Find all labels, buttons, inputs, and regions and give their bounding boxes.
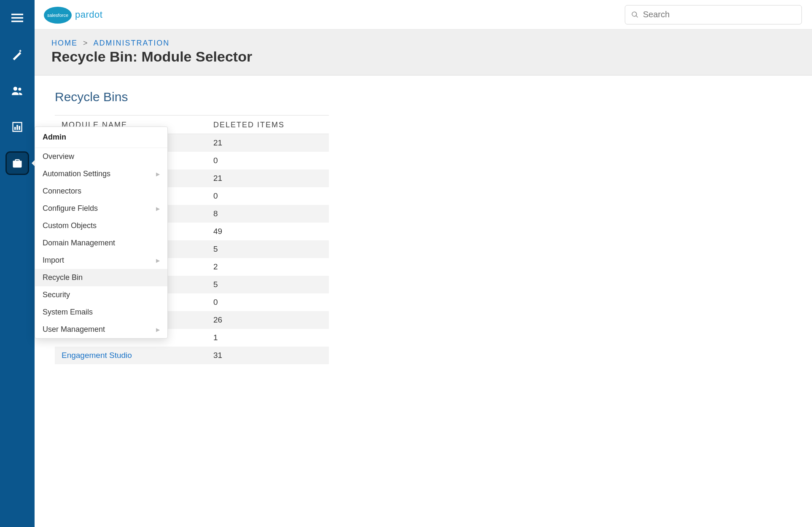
admin-flyout-menu: Admin OverviewAutomation Settings▶Connec… [35, 126, 168, 339]
deleted-count-cell: 0 [213, 298, 329, 307]
chart-icon[interactable] [7, 116, 28, 137]
app-root: salesforce pardot HOME > ADMINISTRATION … [0, 0, 812, 527]
menu-icon[interactable] [7, 8, 28, 29]
svg-rect-0 [11, 14, 23, 16]
table-row: Engagement Studio31 [55, 347, 329, 364]
module-link[interactable]: Engagement Studio [62, 351, 132, 360]
chevron-right-icon: ▶ [156, 258, 160, 264]
admin-menu-item-label: Import [43, 256, 64, 265]
admin-menu-item-label: Recycle Bin [43, 273, 83, 282]
svg-rect-5 [14, 127, 16, 130]
section-title: Recycle Bins [55, 90, 795, 104]
brand: salesforce pardot [43, 5, 102, 24]
admin-menu-item-label: Automation Settings [43, 169, 110, 178]
admin-menu-item[interactable]: Configure Fields▶ [35, 200, 167, 217]
wand-icon[interactable] [7, 44, 28, 65]
salesforce-logo-icon: salesforce [43, 5, 73, 24]
chevron-right-icon: ▶ [156, 171, 160, 177]
admin-menu-items: OverviewAutomation Settings▶ConnectorsCo… [35, 148, 167, 338]
search-icon [631, 11, 639, 19]
admin-menu-item[interactable]: Overview [35, 148, 167, 165]
deleted-count-cell: 0 [213, 191, 329, 201]
col-header-deleted: DELETED ITEMS [213, 121, 329, 129]
admin-menu-item[interactable]: Automation Settings▶ [35, 165, 167, 183]
deleted-count-cell: 0 [213, 156, 329, 165]
admin-menu-item-label: Security [43, 290, 70, 299]
svg-rect-6 [16, 125, 18, 130]
deleted-count-cell: 5 [213, 280, 329, 289]
admin-menu-item-label: Domain Management [43, 239, 115, 247]
breadcrumb-home[interactable]: HOME [51, 39, 78, 47]
deleted-count-cell: 26 [213, 315, 329, 325]
left-rail [0, 0, 35, 527]
admin-menu-item[interactable]: Security [35, 286, 167, 304]
briefcase-icon[interactable] [7, 153, 28, 174]
svg-rect-2 [11, 21, 23, 22]
admin-menu-item-label: Connectors [43, 187, 81, 196]
main-column: salesforce pardot HOME > ADMINISTRATION … [35, 0, 812, 527]
deleted-count-cell: 31 [213, 351, 329, 360]
search-input[interactable] [643, 10, 796, 19]
breadcrumb-admin[interactable]: ADMINISTRATION [94, 39, 170, 47]
search-box[interactable] [625, 5, 802, 24]
svg-rect-1 [11, 17, 23, 19]
deleted-count-cell: 49 [213, 227, 329, 236]
breadcrumb: HOME > ADMINISTRATION [51, 39, 795, 48]
breadcrumb-header: HOME > ADMINISTRATION Recycle Bin: Modul… [35, 30, 812, 75]
people-icon[interactable] [7, 80, 28, 101]
page-title: Recycle Bin: Module Selector [51, 48, 795, 65]
admin-menu-item[interactable]: Recycle Bin [35, 269, 167, 286]
brand-cloud-text: salesforce [47, 13, 68, 18]
svg-point-3 [13, 87, 17, 91]
svg-point-4 [18, 88, 21, 91]
deleted-count-cell: 8 [213, 209, 329, 218]
admin-menu-item-label: Custom Objects [43, 221, 97, 230]
admin-menu-item[interactable]: Custom Objects [35, 217, 167, 234]
admin-menu-item[interactable]: Domain Management [35, 234, 167, 252]
admin-menu-title: Admin [35, 127, 167, 148]
deleted-count-cell: 21 [213, 174, 329, 183]
admin-menu-item[interactable]: Connectors [35, 183, 167, 200]
svg-rect-7 [19, 126, 21, 130]
chevron-right-icon: ▶ [156, 206, 160, 212]
deleted-count-cell: 21 [213, 138, 329, 148]
module-name-cell: Engagement Studio [62, 351, 213, 360]
deleted-count-cell: 5 [213, 245, 329, 254]
admin-menu-item-label: User Management [43, 325, 105, 334]
admin-menu-item-label: Configure Fields [43, 204, 98, 213]
breadcrumb-sep: > [81, 39, 91, 47]
admin-menu-item[interactable]: User Management▶ [35, 321, 167, 338]
deleted-count-cell: 1 [213, 333, 329, 342]
chevron-right-icon: ▶ [156, 327, 160, 333]
admin-menu-item[interactable]: System Emails [35, 304, 167, 321]
admin-menu-item-label: System Emails [43, 308, 93, 317]
deleted-count-cell: 2 [213, 262, 329, 272]
admin-menu-item-label: Overview [43, 152, 74, 161]
admin-menu-item[interactable]: Import▶ [35, 252, 167, 269]
top-bar: salesforce pardot [35, 0, 812, 30]
brand-product: pardot [75, 9, 102, 20]
